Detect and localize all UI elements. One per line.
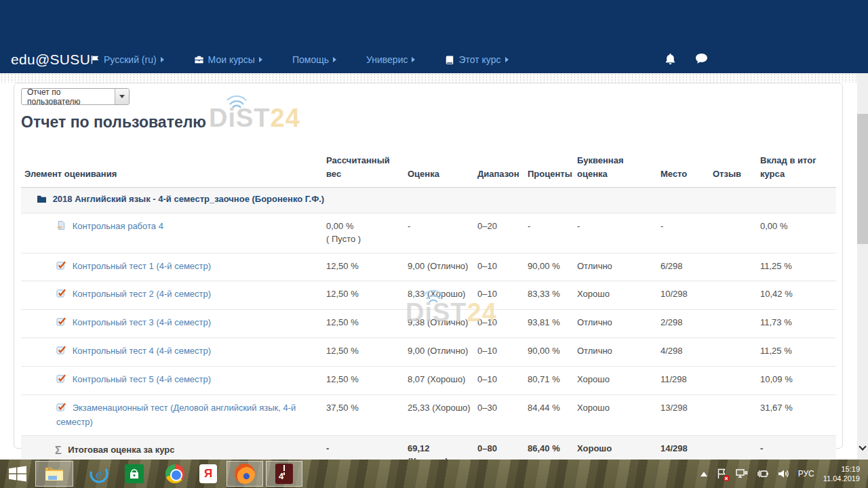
grade-item-link[interactable]: Контрольный тест 2 (4-й семестр) bbox=[73, 289, 211, 299]
cell-rank: 13/298 bbox=[660, 394, 713, 436]
windows-store-button[interactable] bbox=[117, 461, 152, 487]
cell-weight: 12,50 % bbox=[326, 366, 408, 394]
table-row: Контрольная работа 4 0,00 %( Пусто ) - 0… bbox=[21, 213, 836, 253]
cell-rank: 10/298 bbox=[660, 281, 713, 310]
cell-percent: 80,71 % bbox=[528, 366, 577, 394]
col-percent: Проценты bbox=[528, 151, 577, 188]
cell-percent: 83,33 % bbox=[528, 281, 577, 310]
system-tray: РУС 15:19 11.04.2019 bbox=[701, 460, 868, 488]
table-row: Контрольный тест 5 (4-й семестр) 12,50 %… bbox=[21, 366, 836, 394]
taskbar-clock[interactable]: 15:19 11.04.2019 bbox=[823, 464, 863, 483]
quiz-icon bbox=[56, 402, 66, 416]
error-badge bbox=[724, 475, 730, 481]
chevron-down-icon bbox=[119, 95, 125, 98]
cell-feedback bbox=[713, 366, 760, 394]
start-button[interactable] bbox=[0, 461, 35, 487]
cell-percent: 90,00 % bbox=[528, 253, 577, 281]
cell-range: 0–10 bbox=[477, 310, 528, 338]
quiz-icon bbox=[56, 373, 66, 388]
book-icon bbox=[445, 55, 454, 65]
windows-store-icon bbox=[125, 464, 144, 483]
cell-contribution: 11,25 % bbox=[760, 338, 836, 367]
nav-help[interactable]: Помощь bbox=[292, 54, 336, 65]
battery-icon[interactable] bbox=[757, 468, 769, 479]
cell-range: 0–10 bbox=[477, 281, 528, 310]
cell-weight: 12,50 % bbox=[326, 338, 408, 367]
col-weight: Рассчитанный вес bbox=[326, 151, 408, 188]
cell-contribution: 31,67 % bbox=[760, 394, 836, 436]
cell-range: 0–30 bbox=[477, 394, 528, 436]
col-rank: Место bbox=[660, 151, 713, 188]
nav-univeris[interactable]: Универис bbox=[366, 54, 416, 65]
page-top-texture bbox=[0, 73, 857, 83]
site-brand[interactable]: edu@SUSU bbox=[11, 52, 90, 68]
report-type-select[interactable]: Отчет по пользователю bbox=[21, 88, 130, 105]
col-contribution: Вклад в итог курса bbox=[760, 151, 836, 188]
yandex-browser-button[interactable]: Я bbox=[193, 461, 224, 487]
package-app-button[interactable]: 4 bbox=[266, 461, 302, 487]
grade-item-link[interactable]: Контрольный тест 5 (4-й семестр) bbox=[73, 374, 211, 384]
cell-rank: 6/298 bbox=[660, 253, 713, 281]
cell-grade: 9,38 (Отлично) bbox=[408, 310, 477, 338]
col-item: Элемент оценивания bbox=[21, 151, 326, 188]
chrome-button[interactable] bbox=[157, 461, 193, 487]
cell-feedback bbox=[713, 253, 760, 281]
cell-weight: 37,50 % bbox=[326, 394, 408, 436]
table-header-row: Элемент оценивания Рассчитанный вес Оцен… bbox=[21, 151, 836, 188]
quiz-icon bbox=[56, 345, 66, 359]
firefox-icon bbox=[235, 464, 255, 484]
cell-percent: 84,44 % bbox=[528, 394, 577, 436]
quiz-icon bbox=[56, 317, 66, 331]
language-indicator[interactable]: РУС bbox=[798, 469, 814, 479]
scrollbar-track[interactable] bbox=[857, 73, 868, 460]
grade-item-link[interactable]: Экзаменационный тест (Деловой английский… bbox=[56, 403, 296, 427]
firefox-button[interactable] bbox=[226, 461, 263, 487]
chevron-right-icon bbox=[505, 57, 509, 62]
flag-icon bbox=[90, 55, 100, 64]
clock-time: 15:19 bbox=[823, 464, 860, 474]
col-letter: Буквенная оценка bbox=[577, 151, 660, 188]
show-hidden-icons-button[interactable] bbox=[701, 472, 707, 476]
col-feedback: Отзыв bbox=[713, 151, 760, 188]
cell-contribution: 11,73 % bbox=[760, 310, 836, 338]
report-type-value: Отчет по пользователю bbox=[22, 88, 115, 105]
grade-item-link[interactable]: Контрольный тест 1 (4-й семестр) bbox=[73, 261, 211, 271]
cell-contribution: 11,25 % bbox=[760, 253, 836, 281]
page-title: Отчет по пользователю bbox=[21, 113, 206, 131]
cell-rank: 4/298 bbox=[660, 338, 713, 367]
chat-icon[interactable] bbox=[695, 53, 708, 68]
nav-my-courses[interactable]: Мои курсы bbox=[194, 54, 262, 65]
windows-taskbar: e Я 4 bbox=[0, 460, 868, 488]
grades-table: Элемент оценивания Рассчитанный вес Оцен… bbox=[21, 151, 836, 475]
bell-icon[interactable] bbox=[665, 53, 676, 68]
table-row: Контрольный тест 1 (4-й семестр) 12,50 %… bbox=[21, 253, 836, 281]
cell-letter: Хорошо bbox=[577, 281, 660, 310]
cell-grade: - bbox=[408, 213, 477, 253]
grade-item-link[interactable]: Контрольный тест 4 (4-й семестр) bbox=[73, 346, 211, 356]
speaker-icon[interactable] bbox=[778, 468, 789, 479]
cell-range: 0–10 bbox=[477, 366, 528, 394]
folder-icon bbox=[37, 195, 47, 207]
grade-item-link[interactable]: Контрольная работа 4 bbox=[73, 221, 163, 231]
col-grade: Оценка bbox=[408, 151, 477, 188]
cell-grade: 9,00 (Отлично) bbox=[408, 338, 477, 367]
chevron-right-icon bbox=[333, 57, 336, 62]
nav-language[interactable]: Русский (ru) bbox=[90, 54, 164, 65]
cell-percent: 93,81 % bbox=[528, 310, 577, 338]
nav-this-course[interactable]: Этот курс bbox=[445, 54, 508, 65]
briefcase-icon bbox=[194, 55, 204, 64]
file-explorer-button[interactable] bbox=[35, 461, 73, 487]
cell-weight: 0,00 %( Пусто ) bbox=[326, 213, 408, 253]
grade-item-link[interactable]: Контрольный тест 3 (4-й семестр) bbox=[73, 317, 211, 327]
scrollbar-thumb[interactable] bbox=[857, 114, 868, 244]
action-center-flag-icon[interactable] bbox=[716, 468, 727, 479]
internet-explorer-button[interactable]: e bbox=[81, 461, 117, 487]
navbar-actions bbox=[665, 53, 708, 68]
network-icon[interactable] bbox=[736, 468, 748, 479]
chevron-right-icon bbox=[161, 57, 164, 62]
cell-letter: Отлично bbox=[577, 338, 660, 367]
windows-logo-icon bbox=[8, 466, 27, 482]
select-dropdown-button[interactable] bbox=[115, 89, 129, 104]
cell-letter: Хорошо bbox=[577, 394, 660, 436]
sum-icon: Σ bbox=[55, 445, 62, 456]
